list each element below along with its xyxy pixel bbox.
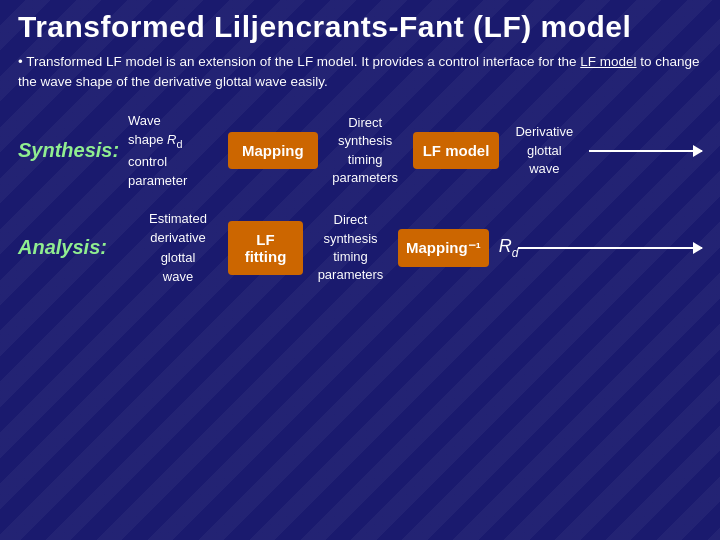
sections-container: Synthesis: Wave shape Rd control paramet…: [18, 111, 702, 287]
derivative-glottal-text: Derivative glottal wave: [499, 123, 589, 178]
intro-text: • Transformed LF model is an extension o…: [18, 52, 702, 93]
analysis-left-description: Estimated derivative glottal wave: [128, 209, 228, 287]
mapping-button[interactable]: Mapping: [228, 132, 318, 169]
synthesis-label: Synthesis:: [18, 139, 128, 162]
page-title: Transformed Liljencrants-Fant (LF) model: [18, 10, 702, 44]
analysis-section: Analysis: Estimated derivative glottal w…: [18, 209, 702, 287]
synthesis-section: Synthesis: Wave shape Rd control paramet…: [18, 111, 702, 191]
analysis-direct-synthesis-text: Direct synthesis timing parameters: [303, 211, 398, 284]
synthesis-left-description: Wave shape Rd control parameter: [128, 111, 228, 191]
intro-bullet: • Transformed LF model is an extension o…: [18, 54, 580, 69]
analysis-label: Analysis:: [18, 236, 128, 259]
analysis-arrow: [518, 247, 702, 249]
lf-model-button[interactable]: LF model: [413, 132, 500, 169]
lf-fitting-button[interactable]: LF fitting: [228, 221, 303, 275]
lf-model-link[interactable]: LF model: [580, 54, 636, 69]
direct-synthesis-text: Direct synthesis timing parameters: [318, 114, 413, 187]
rd-result: Rd: [489, 236, 519, 260]
mapping-inverse-button[interactable]: Mapping⁻¹: [398, 229, 489, 267]
synthesis-arrow: [589, 150, 702, 152]
